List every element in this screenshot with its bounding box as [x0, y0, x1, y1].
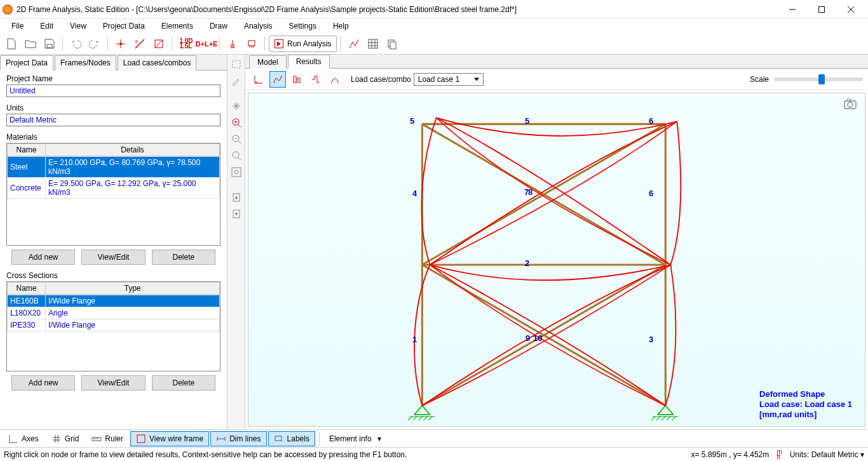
load-combo-icon[interactable]: 1.0D1.5L [176, 35, 196, 53]
materials-grid[interactable]: Name Details SteelE= 210.000 GPa, G= 80.… [6, 143, 220, 246]
window-title: 2D Frame Analysis, Static Edition - [C:\… [17, 5, 778, 14]
save-icon[interactable] [41, 35, 58, 53]
xsections-delete-button[interactable]: Delete [152, 375, 215, 391]
xsections-add-button[interactable]: Add new [11, 375, 75, 391]
materials-label: Materials [6, 133, 220, 142]
materials-add-button[interactable]: Add new [11, 250, 75, 265]
element-info-dropdown[interactable]: Element info▾ [323, 431, 387, 446]
maximize-button[interactable] [807, 0, 836, 19]
svg-line-46 [661, 417, 665, 420]
results-diagram-icon[interactable] [345, 35, 363, 53]
menu-project-data[interactable]: Project Data [95, 20, 153, 32]
table-row[interactable]: IPE330I/Wide Flange [8, 319, 220, 331]
menu-draw[interactable]: Draw [202, 20, 235, 32]
menu-help[interactable]: Help [325, 20, 356, 32]
tab-project-data[interactable]: Project Data [0, 55, 53, 70]
play-icon [275, 39, 283, 48]
xsections-edit-button[interactable]: View/Edit [81, 375, 145, 391]
menu-edit[interactable]: Edit [32, 20, 61, 32]
open-file-icon[interactable] [22, 35, 39, 53]
svg-rect-67 [275, 436, 281, 441]
table-row[interactable]: ConcreteE= 29.500 GPa, G= 12.292 GPa, γ=… [8, 178, 220, 199]
minimize-button[interactable] [778, 0, 807, 19]
tab-load-cases[interactable]: Load cases/combos [118, 55, 197, 70]
copy-icon[interactable] [383, 35, 401, 53]
svg-line-45 [656, 417, 660, 420]
left-panel: Project Data Frames/Nodes Load cases/com… [0, 55, 227, 429]
new-file-icon[interactable] [3, 35, 20, 53]
table-row[interactable]: HE160BI/Wide Flange [8, 295, 220, 307]
project-name-input[interactable] [6, 84, 220, 97]
svg-line-47 [667, 417, 670, 420]
redo-icon[interactable] [86, 35, 104, 53]
zoom-in-icon[interactable] [229, 116, 243, 130]
menu-analysis[interactable]: Analysis [236, 20, 280, 32]
svg-rect-33 [297, 78, 300, 83]
table-row[interactable]: L180X20Angle [8, 307, 220, 319]
export-icon[interactable] [229, 190, 243, 204]
dle-icon[interactable]: D+L+E [198, 35, 215, 53]
shear-diagram-icon[interactable] [308, 71, 324, 88]
toolbar: E 1.0D1.5L D+L+E Run Analysis [0, 33, 868, 55]
status-units[interactable]: Units: Default Metric ▾ [790, 450, 864, 459]
svg-rect-10 [248, 41, 255, 46]
svg-line-40 [418, 417, 422, 420]
zoom-out-icon[interactable] [229, 132, 243, 146]
svg-line-24 [238, 141, 241, 144]
tab-frames-nodes[interactable]: Frames/Nodes [55, 55, 116, 70]
axes-toggle[interactable]: Axes [3, 431, 44, 446]
viewport[interactable]: 1 2 3 4 5 5 6 6 7 8 9 10 Deformed Shape … [248, 93, 865, 427]
undo-icon[interactable] [67, 35, 85, 53]
grid-toggle[interactable]: Grid [46, 431, 85, 446]
tab-model[interactable]: Model [249, 55, 287, 69]
status-hint: Right click on node or frame to view det… [4, 450, 407, 459]
pan-icon[interactable] [229, 99, 243, 113]
menubar: File Edit View Project Data Elements Dra… [0, 19, 868, 33]
load-case-combo[interactable]: Load case 1 [414, 73, 484, 86]
select-rect-icon[interactable] [229, 57, 243, 71]
svg-line-41 [423, 417, 427, 420]
scale-slider[interactable] [774, 77, 863, 81]
table-row[interactable]: SteelE= 210.000 GPa, G= 80.769 GPa, γ= 7… [8, 157, 220, 178]
menu-elements[interactable]: Elements [154, 20, 201, 32]
section-icon[interactable] [150, 35, 168, 53]
import-icon[interactable] [229, 207, 243, 221]
xsections-grid[interactable]: Name Type HE160BI/Wide Flange L180X20Ang… [6, 281, 220, 371]
svg-point-5 [119, 43, 122, 45]
svg-line-20 [238, 124, 241, 127]
ruler-toggle[interactable]: Ruler [86, 431, 129, 446]
wireframe-toggle[interactable]: View wire frame [130, 431, 209, 446]
svg-rect-28 [232, 168, 241, 177]
svg-rect-11 [369, 39, 377, 48]
svg-rect-17 [390, 42, 396, 49]
menu-view[interactable]: View [62, 20, 94, 32]
run-analysis-button[interactable]: Run Analysis [269, 36, 337, 52]
moment-diagram-icon[interactable] [327, 71, 343, 88]
statusbar: Right click on node or frame to view det… [0, 447, 868, 461]
node-icon[interactable] [112, 35, 130, 53]
materials-edit-button[interactable]: View/Edit [81, 250, 145, 265]
zoom-fit-icon[interactable] [229, 149, 243, 163]
dimlines-toggle[interactable]: Dim lines [210, 431, 266, 446]
units-input[interactable] [6, 114, 220, 126]
support-icon[interactable] [224, 35, 241, 53]
table-icon[interactable] [364, 35, 382, 53]
materials-delete-button[interactable]: Delete [152, 250, 215, 265]
menu-settings[interactable]: Settings [281, 20, 324, 32]
run-analysis-label: Run Analysis [287, 39, 331, 48]
frame-icon[interactable]: E [131, 35, 149, 53]
project-name-label: Project Name [6, 74, 220, 83]
labels-toggle[interactable]: Labels [268, 431, 315, 446]
vertical-toolbar [227, 55, 245, 429]
menu-file[interactable]: File [4, 20, 31, 32]
axial-diagram-icon[interactable] [288, 71, 305, 88]
close-button[interactable] [836, 0, 865, 19]
deformed-shape-icon[interactable] [269, 71, 286, 88]
svg-line-9 [155, 40, 163, 48]
load-icon[interactable] [243, 35, 261, 53]
svg-rect-18 [233, 60, 240, 68]
zoom-window-icon[interactable] [229, 165, 243, 179]
tab-results[interactable]: Results [288, 55, 330, 69]
pencil-icon[interactable] [229, 74, 243, 88]
reactions-icon[interactable] [250, 71, 267, 88]
